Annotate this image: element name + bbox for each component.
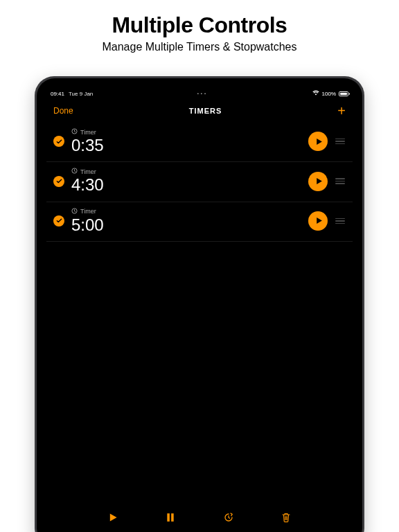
battery-icon [339,91,348,96]
play-button[interactable] [308,132,328,151]
timer-row[interactable]: Timer 4:30 [46,162,353,202]
timer-info: Timer 4:30 [71,168,301,194]
svg-rect-3 [168,513,170,522]
toolbar-play-button[interactable] [103,507,123,528]
check-icon[interactable] [53,176,64,187]
wifi-icon [312,90,319,97]
check-icon[interactable] [53,215,64,227]
nav-bar: Done TIMERS + [46,99,353,123]
svg-rect-4 [172,513,175,522]
toolbar-pause-button[interactable] [160,507,181,528]
promo-title: Multiple Controls [0,12,399,38]
timer-row[interactable]: Timer 0:35 [46,123,353,162]
reorder-handle-icon[interactable] [335,139,346,145]
status-battery-pct: 100% [322,91,336,97]
done-button[interactable]: Done [53,106,73,116]
reorder-handle-icon[interactable] [335,178,346,184]
timer-time: 4:30 [71,176,301,194]
timer-info: Timer 0:35 [71,128,301,154]
clock-icon [71,168,78,175]
app-screen: 09:41 Tue 9 Jan ••• 100% Done TIMERS + [46,88,353,532]
timer-time: 5:00 [71,216,301,234]
timer-time: 0:35 [71,136,301,154]
status-date: Tue 9 Jan [69,91,93,97]
promo-subtitle: Manage Multiple Timers & Stopwatches [0,41,399,53]
device-frame: 09:41 Tue 9 Jan ••• 100% Done TIMERS + [35,76,364,532]
status-dots: ••• [97,91,308,96]
timer-label: Timer [80,129,96,136]
status-time: 09:41 [51,91,64,97]
toolbar-reset-button[interactable] [218,507,239,528]
screen-title: TIMERS [73,107,338,115]
timer-row[interactable]: Timer 5:00 [46,202,353,242]
play-button[interactable] [308,211,328,231]
play-button[interactable] [308,172,328,191]
timer-list: Timer 0:35 [46,123,353,504]
clock-icon [71,208,78,215]
timer-label: Timer [80,168,96,175]
timer-label: Timer [80,208,96,215]
reorder-handle-icon[interactable] [335,218,346,224]
device-bezel: 09:41 Tue 9 Jan ••• 100% Done TIMERS + [37,78,362,532]
timer-info: Timer 5:00 [71,208,301,234]
clock-icon [71,128,78,136]
check-icon[interactable] [53,136,64,147]
status-bar: 09:41 Tue 9 Jan ••• 100% [46,88,353,99]
add-button[interactable]: + [337,104,346,118]
bottom-toolbar [46,504,353,532]
toolbar-delete-button[interactable] [276,507,296,528]
